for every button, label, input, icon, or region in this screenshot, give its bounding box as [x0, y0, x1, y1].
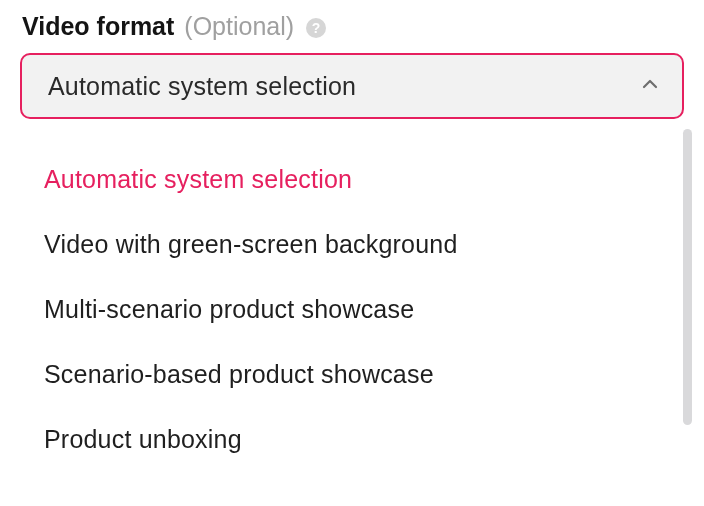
dropdown-option-multiscenario[interactable]: Multi-scenario product showcase [44, 277, 660, 342]
optional-label: (Optional) [184, 12, 294, 41]
chevron-up-icon [640, 74, 660, 98]
dropdown-option-unboxing[interactable]: Product unboxing [44, 407, 660, 472]
video-format-select[interactable]: Automatic system selection [20, 53, 684, 119]
video-format-label: Video format [22, 12, 174, 41]
help-icon[interactable]: ? [306, 18, 326, 38]
select-value: Automatic system selection [48, 72, 356, 101]
scrollbar[interactable] [683, 129, 692, 425]
dropdown-option-automatic[interactable]: Automatic system selection [44, 147, 660, 212]
video-format-dropdown: Automatic system selection Video with gr… [20, 125, 684, 476]
field-label-row: Video format (Optional) ? [22, 12, 684, 41]
dropdown-option-greenscreen[interactable]: Video with green-screen background [44, 212, 660, 277]
dropdown-option-scenariobased[interactable]: Scenario-based product showcase [44, 342, 660, 407]
